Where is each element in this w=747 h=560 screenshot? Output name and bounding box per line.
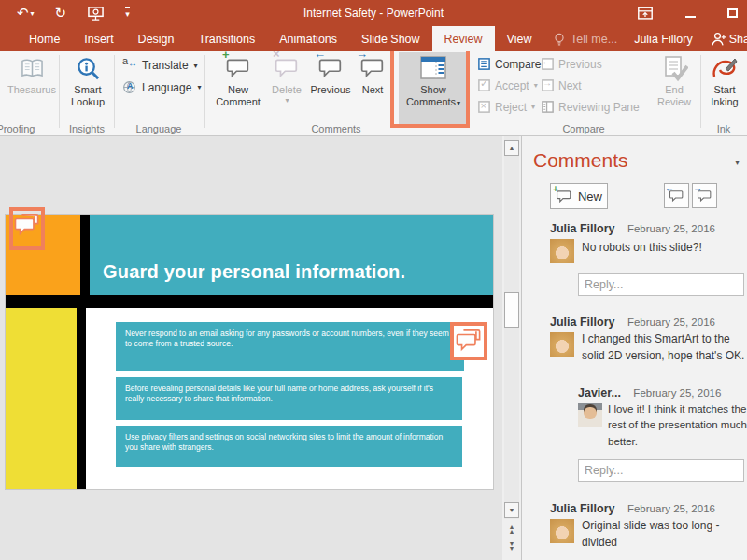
reject-icon: × [477, 100, 491, 114]
slide-bullet-box-3[interactable]: Use privacy filters and settings on soci… [116, 426, 462, 467]
tell-me-box[interactable]: Tell me... [553, 32, 617, 47]
comment-2-header: Julia Fillory February 25, 2016 [550, 315, 715, 329]
comment-author: Javier... [578, 386, 621, 399]
end-review-button[interactable]: End Review [652, 54, 697, 108]
share-label: Share [729, 33, 747, 46]
comment-author: Julia Fillory [550, 222, 614, 235]
next-comment-pane-button[interactable]: → [692, 183, 717, 208]
scroll-up-icon: ▲ [509, 145, 515, 151]
next-change-icon: → [541, 78, 555, 92]
tab-review[interactable]: Review [432, 26, 495, 51]
compare-icon [477, 57, 491, 71]
ribbon-display-options-icon [637, 6, 654, 21]
language-button[interactable]: A Language ▾ [122, 80, 201, 94]
previous-change-icon: ← [541, 57, 555, 71]
accept-icon: ✓ [477, 78, 491, 92]
title-bar: ↶ ▾ ↻ ▾ Internet Safety - PowerPoint [0, 0, 747, 26]
avatar-julia [550, 519, 574, 543]
reject-button[interactable]: × Reject ▾ [477, 100, 535, 114]
slide-bullet-box-2[interactable]: Before revealing personal details like y… [116, 377, 462, 420]
language-group-label: Language [131, 123, 187, 134]
slide-canvas[interactable]: Guard your personal information. Never r… [6, 215, 493, 489]
tab-transitions[interactable]: Transitions [187, 26, 268, 51]
document-title: Internet Safety - PowerPoint [0, 0, 747, 26]
next-change-button[interactable]: → Next [541, 78, 582, 92]
new-comment-label: New Comment [212, 84, 264, 108]
slide-title[interactable]: Guard your personal information. [90, 261, 405, 295]
next-slide-button[interactable]: ▼ ▼ [506, 541, 517, 551]
reply-input-1[interactable] [578, 273, 744, 296]
powerpoint-window: ↶ ▾ ↻ ▾ Internet Safety - PowerPoint Hom… [0, 0, 747, 560]
comment-text[interactable]: No robots on this slide?! [582, 239, 746, 256]
show-comments-highlight-box [390, 51, 470, 128]
translate-button[interactable]: a ↔ Translate ▾ [122, 59, 198, 72]
slide-black-bar-vertical-bottom[interactable] [77, 308, 86, 489]
new-comment-button[interactable]: + New Comment [212, 54, 264, 108]
thesaurus-button[interactable]: Thesaurus [7, 54, 56, 96]
reviewing-pane-label: Reviewing Pane [558, 101, 640, 114]
smart-lookup-button[interactable]: Smart Lookup [63, 54, 112, 108]
lightbulb-icon [553, 32, 566, 47]
scrollbar-track[interactable] [504, 136, 519, 519]
tab-animations[interactable]: Animations [267, 26, 349, 51]
accept-button[interactable]: ✓ Accept ▾ [477, 78, 538, 92]
comment-marker-highlight-box-1 [9, 207, 45, 250]
comment-text[interactable]: Original slide was too long - divided [582, 517, 747, 551]
slide-scrollbar[interactable]: ▲ ▼ ▲ ▲ ▼ ▼ [502, 136, 521, 560]
comment-1-header: Julia Fillory February 25, 2016 [550, 222, 715, 235]
comment-marker-icon-2[interactable] [456, 329, 482, 353]
tab-design[interactable]: Design [126, 26, 187, 51]
next-comment-button[interactable]: → Next [355, 54, 390, 96]
accept-label: Accept [495, 79, 529, 92]
new-comment-pane-button[interactable]: + New [550, 183, 608, 209]
group-separator [114, 55, 115, 128]
slide-black-bar-vertical-top[interactable] [80, 215, 90, 295]
comment-text[interactable]: I changed this SmartArt to the solid 2D … [582, 330, 747, 364]
signed-in-user[interactable]: Julia Fillory [634, 33, 693, 46]
ribbon-display-options-button[interactable] [637, 6, 654, 21]
slide-black-bar-horizontal[interactable] [6, 295, 493, 308]
reviewing-pane-icon [541, 100, 555, 114]
comments-group-label: Comments [308, 123, 364, 134]
scrollbar-thumb[interactable] [504, 292, 519, 328]
insights-group-label: Insights [59, 123, 115, 134]
previous-slide-button[interactable]: ▲ ▲ [506, 525, 517, 534]
translate-label: Translate [142, 59, 189, 72]
start-inking-button[interactable]: Start Inking [705, 54, 744, 108]
previous-comment-pane-button[interactable]: ← [664, 183, 689, 208]
comment-text[interactable]: I love it! I think it matches the rest o… [608, 401, 747, 450]
language-globe-icon: A [122, 80, 137, 94]
arrow-left-icon: ← [314, 51, 326, 62]
slide-yellow-block[interactable] [6, 308, 77, 489]
scroll-down-button[interactable]: ▼ [504, 502, 519, 518]
reviewing-pane-button[interactable]: Reviewing Pane [541, 100, 640, 114]
previous-change-button[interactable]: ← Previous [541, 57, 602, 71]
comments-pane-collapse-icon[interactable]: ▾ [735, 157, 740, 167]
slide-bullet-box-1[interactable]: Never respond to an email asking for any… [116, 322, 464, 371]
reply-input-2[interactable] [578, 459, 744, 482]
tab-view[interactable]: View [495, 26, 544, 51]
delete-comment-button[interactable]: × Delete ▾ [267, 54, 306, 105]
tab-home[interactable]: Home [17, 26, 72, 51]
dropdown-icon: ▾ [531, 103, 535, 111]
comment-date: February 25, 2016 [627, 316, 715, 328]
slide-editing-area[interactable]: Guard your personal information. Never r… [0, 136, 521, 560]
previous-label: Previous [311, 84, 351, 96]
comment-marker-icon-1[interactable] [14, 213, 40, 237]
avatar-julia [550, 239, 574, 263]
compare-button[interactable]: Compare [477, 57, 541, 71]
smart-lookup-icon [76, 56, 101, 81]
share-button[interactable]: Share [710, 31, 747, 47]
start-inking-pen-icon [711, 54, 739, 82]
slide-title-band[interactable]: Guard your personal information. [90, 215, 493, 295]
maximize-button[interactable] [727, 5, 738, 21]
scroll-up-button[interactable]: ▲ [504, 140, 519, 156]
tab-slide-show[interactable]: Slide Show [349, 26, 432, 51]
previous-comment-button[interactable]: ← Previous [309, 54, 352, 96]
comment-marker-highlight-box-2 [450, 322, 487, 360]
tab-insert[interactable]: Insert [72, 26, 125, 51]
comment-3-header: Julia Fillory February 25, 2016 [550, 502, 715, 515]
dropdown-icon: ▾ [197, 83, 201, 91]
previous-change-label: Previous [558, 58, 602, 71]
minimize-button[interactable] [685, 5, 696, 21]
